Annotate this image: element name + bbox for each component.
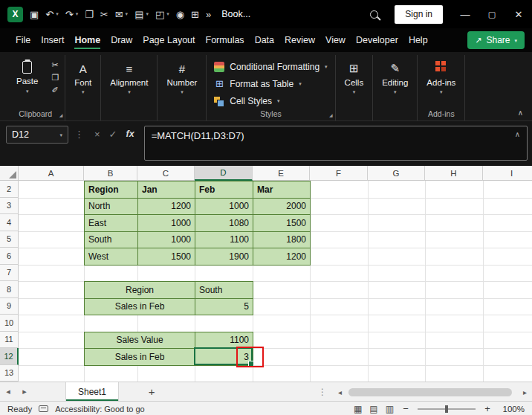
- cell[interactable]: 2000: [253, 198, 311, 215]
- dropdown-chevron-icon[interactable]: ▾: [146, 11, 149, 17]
- ribbon-group-font[interactable]: AFont▾: [65, 55, 101, 120]
- styles-dialog-launcher-icon[interactable]: ◢: [329, 112, 333, 118]
- cell[interactable]: North: [85, 198, 138, 215]
- sign-in-button[interactable]: Sign in: [395, 5, 443, 24]
- cell[interactable]: 1100: [195, 231, 253, 248]
- menu-tab-review[interactable]: Review: [279, 29, 320, 52]
- scroll-left-icon[interactable]: ◂: [335, 388, 345, 396]
- column-header-i[interactable]: I: [483, 166, 532, 181]
- scrollbar-thumb[interactable]: [348, 388, 512, 396]
- row-header-13[interactable]: 13: [0, 365, 19, 382]
- cell[interactable]: 3: [195, 349, 253, 366]
- select-all-corner[interactable]: [0, 166, 19, 181]
- cell[interactable]: 1900: [195, 248, 253, 266]
- cell[interactable]: East: [85, 215, 138, 232]
- name-box[interactable]: D12 ▾: [6, 126, 68, 144]
- excel-logo[interactable]: X: [7, 7, 23, 22]
- insert-table-icon[interactable]: ⊞: [191, 10, 199, 19]
- column-header-f[interactable]: F: [310, 166, 368, 181]
- collapse-ribbon-icon[interactable]: ∧: [518, 109, 523, 117]
- collapse-formula-bar-icon[interactable]: ∧: [515, 130, 520, 138]
- paste-button[interactable]: Paste ▾: [12, 57, 42, 94]
- paste-icon[interactable]: ◰: [155, 10, 164, 19]
- column-header-g[interactable]: G: [368, 166, 425, 181]
- dropdown-chevron-icon[interactable]: ▾: [76, 11, 79, 17]
- horizontal-scrollbar[interactable]: ◂ ▸: [335, 385, 530, 399]
- save-icon[interactable]: ▣: [30, 10, 39, 19]
- ribbon-group-add-ins[interactable]: Add-ins▾Add-ins: [418, 55, 465, 120]
- close-button[interactable]: ✕: [505, 0, 532, 28]
- cell[interactable]: West: [85, 248, 138, 266]
- zoom-slider[interactable]: [418, 408, 476, 410]
- maximize-button[interactable]: ▢: [479, 0, 505, 28]
- cell[interactable]: South: [195, 282, 253, 299]
- row-header-8[interactable]: 8: [0, 281, 19, 298]
- ribbon-group-cells[interactable]: ⊞Cells▾: [336, 55, 374, 120]
- menu-tab-insert[interactable]: Insert: [36, 29, 69, 52]
- cell[interactable]: 1500: [138, 248, 195, 266]
- cell[interactable]: 1100: [195, 332, 253, 349]
- column-header-e[interactable]: E: [253, 166, 310, 181]
- cell[interactable]: 1800: [253, 231, 311, 248]
- mail-icon[interactable]: ✉: [115, 10, 123, 19]
- clipboard-dialog-launcher-icon[interactable]: ◢: [59, 112, 63, 118]
- page-break-view-icon[interactable]: ▥: [386, 404, 394, 414]
- row-header-7[interactable]: 7: [0, 265, 19, 282]
- page-layout-view-icon[interactable]: ▤: [369, 404, 377, 414]
- zoom-in-button[interactable]: +: [483, 403, 492, 414]
- formula-input[interactable]: =MATCH(D11,D3:D7) ∧: [144, 126, 528, 161]
- minimize-button[interactable]: —: [452, 0, 479, 28]
- menu-tab-developer[interactable]: Developer: [351, 29, 403, 52]
- sheet-nav-right-icon[interactable]: ▸: [16, 387, 33, 396]
- ribbon-group-number[interactable]: #Number▾: [158, 55, 207, 120]
- ribbon-group-alignment[interactable]: ≡Alignment▾: [101, 55, 158, 120]
- formula-bar-splitter[interactable]: ⋮: [68, 126, 90, 140]
- row-header-11[interactable]: 11: [0, 332, 19, 349]
- dropdown-chevron-icon[interactable]: ▾: [56, 11, 59, 17]
- scroll-right-icon[interactable]: ▸: [520, 388, 530, 396]
- cut-icon[interactable]: ✂: [100, 10, 108, 19]
- menu-tab-view[interactable]: View: [320, 29, 351, 52]
- undo-icon[interactable]: ↶: [45, 10, 53, 19]
- row-header-10[interactable]: 10: [0, 315, 19, 332]
- menu-tab-home[interactable]: Home: [69, 29, 106, 52]
- dropdown-chevron-icon[interactable]: ▾: [126, 11, 129, 17]
- ribbon-item-conditional-formatting[interactable]: Conditional Formatting▾: [213, 59, 328, 74]
- cell[interactable]: Feb: [195, 181, 253, 199]
- row-header-12[interactable]: 12: [0, 348, 19, 365]
- cell[interactable]: 1500: [253, 215, 311, 232]
- cut-icon[interactable]: ✂: [51, 61, 59, 69]
- ribbon-item-cell-styles[interactable]: Cell Styles▾: [213, 93, 328, 109]
- cell[interactable]: Region: [85, 181, 138, 199]
- cell[interactable]: 1200: [253, 248, 311, 266]
- zoom-percentage[interactable]: 100%: [499, 405, 525, 414]
- cell[interactable]: Mar: [253, 181, 311, 199]
- copy-icon[interactable]: ❐: [85, 10, 94, 19]
- row-header-4[interactable]: 4: [0, 214, 19, 231]
- column-header-c[interactable]: C: [137, 166, 195, 181]
- scrollbar-track[interactable]: [347, 388, 518, 396]
- cell[interactable]: 1200: [138, 198, 195, 215]
- new-sheet-button[interactable]: +: [144, 385, 159, 398]
- row-header-2[interactable]: 2: [0, 181, 19, 198]
- row-header-9[interactable]: 9: [0, 298, 19, 315]
- cell[interactable]: Sales in Feb: [85, 298, 195, 315]
- cell[interactable]: Sales Value: [85, 332, 195, 349]
- ribbon-item-format-as-table[interactable]: ⊞Format as Table▾: [213, 76, 328, 91]
- cell[interactable]: 1000: [138, 231, 195, 248]
- menu-tab-file[interactable]: File: [10, 29, 36, 52]
- cell[interactable]: Sales in Feb: [85, 349, 195, 366]
- cell[interactable]: 1000: [195, 198, 253, 215]
- menu-tab-page-layout[interactable]: Page Layout: [137, 29, 200, 52]
- column-header-d[interactable]: D: [195, 166, 253, 181]
- ribbon-group-editing[interactable]: ✎Editing▾: [373, 55, 418, 120]
- row-header-6[interactable]: 6: [0, 248, 19, 265]
- copy-icon[interactable]: ❐: [51, 74, 59, 82]
- search-icon[interactable]: [370, 10, 378, 19]
- cancel-icon[interactable]: ×: [90, 126, 105, 140]
- cell[interactable]: 1080: [195, 215, 253, 232]
- zoom-out-button[interactable]: −: [401, 403, 410, 414]
- column-header-h[interactable]: H: [425, 166, 483, 181]
- cell[interactable]: 1000: [138, 215, 195, 232]
- insert-function-icon[interactable]: fx: [122, 126, 139, 139]
